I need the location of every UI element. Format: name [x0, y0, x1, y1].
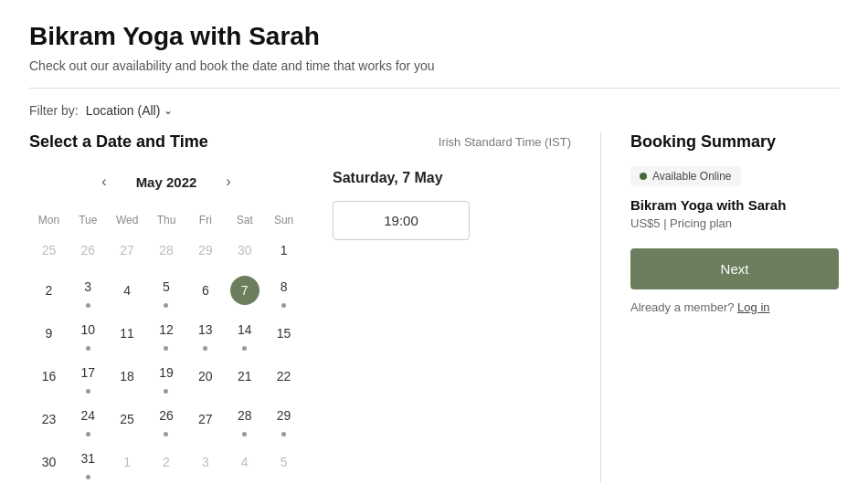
day-number: 3 — [73, 272, 102, 301]
calendar-day[interactable]: 24 — [69, 397, 108, 440]
booking-summary-title: Booking Summary — [630, 132, 839, 152]
calendar-day[interactable]: 7 — [225, 268, 264, 311]
badge-dot-icon — [640, 173, 647, 180]
day-number: 1 — [112, 447, 142, 477]
calendar-day[interactable]: 29 — [264, 397, 303, 440]
day-number: 26 — [73, 236, 102, 265]
day-header: Sun — [264, 208, 303, 232]
calendar-day[interactable]: 3 — [69, 268, 108, 311]
day-number: 16 — [34, 362, 63, 391]
page-title: Bikram Yoga with Sarah — [29, 22, 839, 51]
day-number: 17 — [73, 358, 102, 387]
calendar-day[interactable]: 26 — [69, 232, 108, 268]
login-link[interactable]: Log in — [737, 300, 769, 314]
day-number: 4 — [112, 276, 142, 305]
calendar-day[interactable]: 27 — [185, 397, 225, 440]
main-layout: Select a Date and Time Irish Standard Ti… — [29, 132, 839, 483]
calendar-day[interactable]: 5 — [147, 268, 186, 311]
day-number: 11 — [112, 319, 142, 348]
calendar-day[interactable]: 6 — [185, 268, 225, 311]
day-number: 31 — [73, 444, 102, 473]
calendar-day[interactable]: 21 — [225, 354, 264, 397]
calendar-day[interactable]: 1 — [108, 440, 147, 483]
booking-price: US$5 | Pricing plan — [630, 216, 839, 230]
prev-month-button[interactable]: ‹ — [94, 170, 113, 194]
calendar-day[interactable]: 3 — [185, 440, 225, 483]
calendar-day[interactable]: 17 — [69, 354, 108, 397]
section-header: Select a Date and Time Irish Standard Ti… — [29, 132, 571, 152]
day-header: Thu — [147, 208, 186, 232]
time-slot[interactable]: 19:00 — [333, 201, 470, 240]
day-number: 26 — [152, 401, 181, 430]
day-number: 4 — [230, 447, 259, 477]
calendar-day[interactable]: 25 — [108, 397, 147, 440]
day-header: Wed — [108, 208, 147, 232]
calendar-day[interactable]: 29 — [185, 232, 225, 268]
calendar-day[interactable]: 28 — [147, 232, 186, 268]
day-number: 5 — [152, 272, 181, 301]
filter-dropdown-label: Location (All) — [86, 103, 161, 118]
calendar-day[interactable]: 31 — [69, 440, 108, 483]
day-number: 2 — [34, 276, 63, 305]
calendar-day[interactable]: 4 — [225, 440, 264, 483]
calendar-day[interactable]: 16 — [29, 354, 69, 397]
calendar-day[interactable]: 12 — [147, 311, 186, 354]
time-panel: Saturday, 7 May 19:00 — [333, 170, 571, 483]
calendar-day[interactable]: 18 — [108, 354, 147, 397]
month-year-label: May 2022 — [136, 174, 197, 190]
day-number: 30 — [34, 447, 63, 477]
day-number: 5 — [270, 447, 299, 477]
calendar-day[interactable]: 13 — [185, 311, 225, 354]
day-number: 20 — [191, 362, 220, 391]
location-filter-dropdown[interactable]: Location (All) ⌄ — [86, 103, 174, 118]
next-button[interactable]: Next — [630, 248, 839, 289]
calendar-day[interactable]: 19 — [147, 354, 186, 397]
calendar-day[interactable]: 10 — [69, 311, 108, 354]
calendar-day[interactable]: 8 — [264, 268, 303, 311]
day-number: 27 — [191, 405, 220, 434]
calendar-day[interactable]: 1 — [264, 232, 303, 268]
calendar-day[interactable]: 26 — [147, 397, 186, 440]
calendar-day[interactable]: 2 — [147, 440, 186, 483]
day-header: Mon — [29, 208, 69, 232]
calendar: ‹ May 2022 › MonTueWedThuFriSatSun252627… — [29, 170, 303, 483]
day-number: 29 — [191, 236, 220, 265]
calendar-day[interactable]: 23 — [29, 397, 69, 440]
calendar-day[interactable]: 11 — [108, 311, 147, 354]
calendar-day[interactable]: 20 — [185, 354, 225, 397]
day-number: 14 — [230, 315, 259, 344]
left-panel: Select a Date and Time Irish Standard Ti… — [29, 132, 601, 483]
day-number: 8 — [270, 272, 299, 301]
filter-bar: Filter by: Location (All) ⌄ — [29, 103, 839, 118]
available-badge: Available Online — [630, 166, 741, 186]
calendar-day[interactable]: 15 — [264, 311, 303, 354]
day-number: 28 — [230, 401, 259, 430]
calendar-container: ‹ May 2022 › MonTueWedThuFriSatSun252627… — [29, 170, 571, 483]
calendar-day[interactable]: 28 — [225, 397, 264, 440]
calendar-day[interactable]: 30 — [225, 232, 264, 268]
calendar-day[interactable]: 30 — [29, 440, 69, 483]
day-number: 13 — [191, 315, 220, 344]
calendar-day[interactable]: 14 — [225, 311, 264, 354]
booking-class-name: Bikram Yoga with Sarah — [630, 197, 839, 213]
day-number: 9 — [34, 319, 63, 348]
filter-label: Filter by: — [29, 103, 79, 118]
calendar-day[interactable]: 22 — [264, 354, 303, 397]
next-month-button[interactable]: › — [218, 170, 238, 194]
calendar-day[interactable]: 9 — [29, 311, 69, 354]
selected-date-label: Saturday, 7 May — [333, 170, 571, 186]
calendar-day[interactable]: 25 — [29, 232, 69, 268]
day-number: 25 — [34, 236, 63, 265]
calendar-day[interactable]: 4 — [108, 268, 147, 311]
chevron-down-icon: ⌄ — [164, 104, 173, 117]
calendar-day[interactable]: 2 — [29, 268, 69, 311]
day-number: 29 — [270, 401, 299, 430]
calendar-day[interactable]: 27 — [108, 232, 147, 268]
day-number: 10 — [73, 315, 102, 344]
day-number: 19 — [152, 358, 181, 387]
day-number: 21 — [230, 362, 259, 391]
day-number: 18 — [112, 362, 142, 391]
day-number: 2 — [152, 447, 181, 477]
day-number: 1 — [270, 236, 299, 265]
calendar-day[interactable]: 5 — [264, 440, 303, 483]
